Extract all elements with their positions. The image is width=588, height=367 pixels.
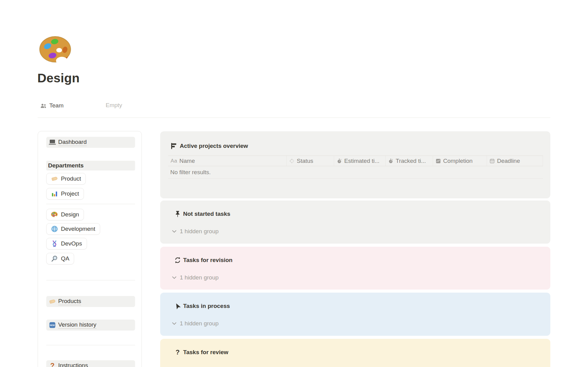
sidebar-item-development[interactable]: Development — [46, 223, 100, 235]
new-button-icon — [49, 321, 56, 329]
empty-results-text: No filter results. — [170, 169, 211, 176]
table-header: Aa Name Status Estimated ti... Tracked t… — [168, 155, 543, 166]
sidebar-item-design[interactable]: Design — [46, 209, 84, 220]
sidebar-item-label: Version history — [58, 321, 96, 329]
column-label: Estimated ti... — [344, 158, 379, 164]
empty-results-row: No filter results. — [168, 166, 543, 179]
hidden-group-toggle[interactable]: 1 hidden group — [172, 274, 219, 281]
gantt-chart-icon — [170, 142, 178, 150]
page-icon-palette[interactable] — [38, 35, 74, 66]
section-not-started-tasks: Not started tasks 1 hidden group — [160, 200, 550, 244]
globe-icon — [51, 225, 58, 233]
column-label: Tracked ti... — [396, 158, 426, 164]
sidebar-item-product[interactable]: Product — [46, 173, 86, 185]
section-header: Active projects overview — [170, 142, 248, 150]
navigation-arrow-icon — [174, 302, 181, 310]
spinner-icon — [289, 158, 295, 164]
column-tracked-time[interactable]: Tracked ti... — [385, 156, 433, 166]
sidebar-item-devops[interactable]: DevOps — [46, 238, 87, 249]
hidden-group-toggle[interactable]: 1 hidden group — [172, 228, 219, 235]
sidebar-item-label: Project — [61, 190, 79, 197]
section-tasks-for-revision: Tasks for revision 1 hidden group — [160, 247, 550, 290]
column-label: Deadline — [497, 158, 520, 164]
calendar-icon — [489, 158, 495, 164]
people-icon — [40, 103, 47, 109]
chevron-down-icon — [172, 275, 177, 280]
question-mark-icon: ? — [49, 362, 56, 367]
column-name[interactable]: Aa Name — [168, 156, 286, 166]
sidebar-item-label: Product — [61, 175, 81, 182]
section-title: Not started tasks — [183, 211, 230, 217]
section-title: Tasks in process — [183, 303, 230, 309]
section-header: Tasks for revision — [174, 257, 232, 264]
hidden-group-toggle[interactable]: 1 hidden group — [172, 320, 219, 327]
sidebar-item-label: QA — [61, 255, 69, 262]
section-active-projects: Active projects overview Aa Name Status … — [160, 131, 550, 198]
column-label: Status — [297, 158, 313, 164]
section-tasks-in-process: Tasks in process 1 hidden group — [160, 293, 550, 336]
divider — [46, 280, 135, 280]
divider — [46, 345, 135, 345]
column-status[interactable]: Status — [286, 156, 334, 166]
column-deadline[interactable]: Deadline — [487, 156, 543, 166]
column-label: Name — [179, 158, 195, 164]
column-completion[interactable]: Completion — [433, 156, 487, 166]
sidebar-item-label: Design — [61, 211, 79, 218]
chevron-down-icon — [172, 321, 177, 326]
sidebar-item-label: DevOps — [61, 240, 82, 247]
sidebar-header-departments: Departments — [46, 161, 135, 170]
divider — [46, 204, 135, 204]
property-team-label[interactable]: Team — [49, 102, 63, 109]
magnifier-icon — [51, 255, 58, 262]
sidebar-item-label: Development — [61, 226, 95, 232]
property-team-value[interactable]: Empty — [106, 102, 122, 109]
section-header: Not started tasks — [174, 210, 230, 218]
dna-icon — [51, 240, 58, 247]
bar-chart-icon — [51, 190, 58, 197]
property-team: Team Empty — [40, 102, 63, 110]
section-title: Tasks for revision — [183, 257, 232, 264]
column-estimated-time[interactable]: Estimated ti... — [334, 156, 385, 166]
question-mark-icon: ? — [174, 349, 181, 356]
section-title: Tasks for review — [183, 349, 228, 356]
page-title: Design — [37, 71, 80, 85]
timer-icon — [337, 158, 342, 164]
section-tasks-for-review: ? Tasks for review — [160, 339, 550, 367]
section-header: ? Tasks for review — [174, 349, 228, 356]
sidebar-item-label: Dashboard — [58, 139, 87, 146]
sidebar-item-instructions[interactable]: ? Instructions — [46, 360, 135, 367]
line-chart-icon — [435, 158, 441, 164]
sidebar-item-version-history[interactable]: Version history — [46, 320, 135, 331]
chevron-down-icon — [172, 229, 177, 234]
text-property-icon: Aa — [171, 158, 177, 164]
section-header: Tasks in process — [174, 302, 230, 310]
sidebar-item-dashboard[interactable]: Dashboard — [46, 137, 135, 148]
refresh-icon — [174, 257, 181, 264]
main-content: Active projects overview Aa Name Status … — [160, 131, 550, 367]
sidebar-item-qa[interactable]: QA — [46, 253, 74, 264]
sidebar-item-products[interactable]: Products — [46, 296, 135, 307]
tag-icon — [51, 175, 58, 182]
sidebar-item-label: Instructions — [58, 362, 88, 367]
hidden-group-label: 1 hidden group — [180, 274, 219, 281]
design-page: Design Team Empty Dashboard Departments … — [0, 0, 588, 367]
timer-icon — [388, 158, 394, 164]
divider — [38, 118, 550, 118]
laptop-icon — [49, 139, 56, 146]
sidebar-item-label: Products — [58, 298, 81, 305]
sidebar-item-project[interactable]: Project — [46, 188, 84, 200]
tag-icon — [49, 298, 56, 305]
hidden-group-label: 1 hidden group — [180, 320, 219, 327]
sidebar-header-label: Departments — [48, 162, 84, 169]
hidden-group-label: 1 hidden group — [180, 228, 219, 235]
section-title: Active projects overview — [180, 143, 248, 149]
pushpin-icon — [174, 210, 181, 218]
palette-icon — [51, 211, 58, 218]
sidebar: Dashboard Departments Product Project De… — [38, 131, 142, 367]
column-label: Completion — [443, 158, 473, 164]
